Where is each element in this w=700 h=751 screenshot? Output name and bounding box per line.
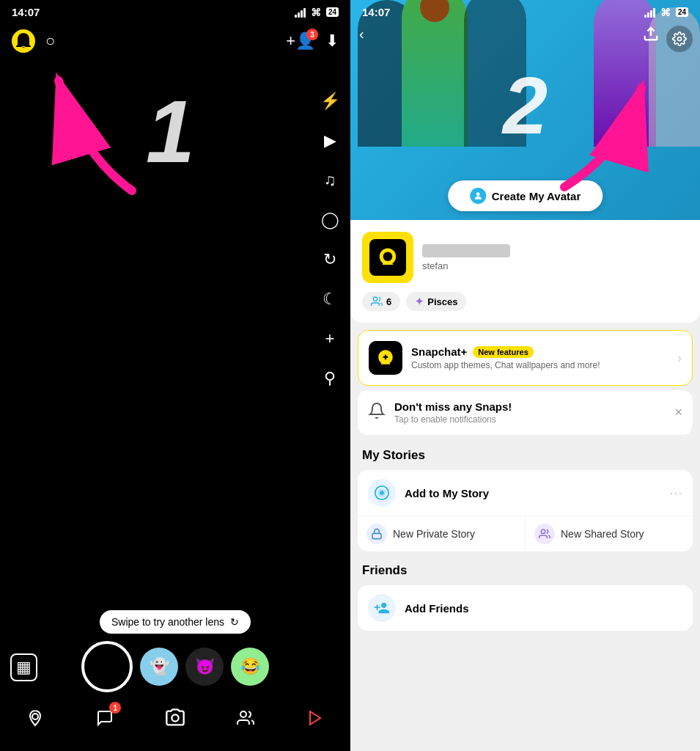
create-avatar-button[interactable]: Create My Avatar: [448, 180, 603, 211]
nav-friends[interactable]: [231, 703, 260, 733]
settings-button[interactable]: [666, 26, 693, 52]
friends-header: Friends: [350, 554, 700, 582]
snapplus-card[interactable]: Snapchat+ New features Custom app themes…: [358, 330, 693, 386]
left-top-icons: ○ +👤 3 ⬇: [0, 29, 350, 53]
profile-top: stefan: [362, 232, 688, 283]
profile-name-blur: [422, 244, 510, 257]
notification-card[interactable]: Don't miss any Snaps! Tap to enable noti…: [358, 390, 693, 435]
svg-point-9: [373, 297, 377, 301]
refresh-icon: ↻: [230, 616, 239, 628]
upload-button[interactable]: [643, 26, 659, 45]
lens-green[interactable]: 😂: [231, 648, 269, 686]
shutter-button[interactable]: [81, 641, 133, 692]
friend-badge: 3: [306, 29, 318, 40]
svg-point-14: [541, 530, 545, 533]
search-icon[interactable]: ○: [45, 32, 55, 51]
add-friends-label: Add Friends: [405, 602, 682, 615]
profile-tags: 6 ✦ Pisces: [362, 292, 688, 311]
step-number-1: 1: [146, 81, 195, 182]
swipe-tooltip: Swipe to try another lens ↻: [100, 610, 251, 634]
add-friend-btn[interactable]: +👤 3: [286, 32, 315, 51]
music-icon[interactable]: ♫: [317, 167, 343, 194]
svg-point-3: [240, 711, 246, 717]
bottom-spacer: [350, 634, 700, 656]
svg-point-2: [172, 714, 178, 721]
new-private-story-label: New Private Story: [393, 528, 475, 540]
right-signal-icon: [644, 7, 655, 18]
add-to-story-row[interactable]: Add to My Story ⋯: [358, 470, 693, 516]
lens-devil[interactable]: 😈: [185, 648, 224, 686]
right-battery-icon: 24: [676, 7, 688, 17]
left-time: 14:07: [12, 6, 40, 18]
right-status-icons: ⌘ 24: [644, 7, 688, 18]
profile-username: stefan: [422, 260, 688, 271]
add-story-icon: [368, 479, 396, 507]
add-story-more-icon[interactable]: ⋯: [669, 485, 682, 501]
zodiac-tag[interactable]: ✦ Pisces: [406, 292, 466, 311]
signal-icon: [295, 7, 306, 18]
right-toolbar: ⚡ ▶ ♫ ◯ ↻ ☾ + ⚲: [317, 88, 343, 392]
right-time: 14:07: [362, 6, 390, 18]
right-status-bar: 14:07 ⌘ 24: [350, 0, 700, 24]
left-status-icons: ⌘ 24: [295, 7, 339, 18]
battery-icon: 24: [326, 7, 339, 17]
notif-title: Don't miss any Snaps!: [394, 400, 666, 413]
add-friends-row[interactable]: Add Friends: [358, 585, 693, 631]
chat-badge: 1: [109, 702, 121, 714]
step-number-2: 2: [503, 59, 548, 152]
snapcode-inner: [369, 239, 406, 276]
private-story-icon: [366, 524, 387, 544]
rotate-icon[interactable]: ⬇: [325, 32, 339, 51]
profile-card: stefan 6 ✦ Pisces: [350, 220, 700, 323]
stories-section: Add to My Story ⋯ New Private Story: [358, 470, 693, 552]
left-status-bar: 14:07 ⌘ 24: [0, 0, 350, 24]
bell-icon: [368, 402, 386, 424]
lightning-icon[interactable]: ⚡: [317, 88, 343, 114]
profile-banner: 14:07 ⌘ 24 ‹: [350, 0, 700, 220]
story-sub-divider: New Private Story New Shared Story: [358, 516, 693, 552]
new-badge: New features: [473, 346, 533, 358]
new-private-story-row[interactable]: New Private Story: [358, 516, 525, 552]
swipe-text: Swipe to try another lens: [111, 616, 224, 628]
nav-camera[interactable]: [161, 703, 190, 733]
video-icon[interactable]: ▶: [317, 128, 343, 154]
left-panel: 14:07 ⌘ 24 ○ +👤 3: [0, 0, 350, 751]
right-panel: 14:07 ⌘ 24 ‹: [350, 0, 700, 751]
friends-tag[interactable]: 6: [362, 292, 400, 311]
snapplus-title: Snapchat+ New features: [411, 345, 668, 358]
wifi-icon: ⌘: [311, 7, 321, 18]
add-friends-icon: [368, 594, 396, 622]
notif-desc: Tap to enable notifications: [394, 414, 666, 425]
lens-ghost[interactable]: 👻: [140, 648, 178, 686]
profile-ghost-icon[interactable]: [12, 29, 35, 53]
timer-icon[interactable]: ◯: [317, 207, 343, 233]
svg-point-12: [380, 491, 384, 495]
lens-row: 👻 😈 😂: [81, 641, 269, 692]
snapplus-text: Snapchat+ New features Custom app themes…: [411, 345, 668, 370]
nav-location[interactable]: [21, 703, 50, 733]
svg-point-1: [32, 714, 38, 719]
lens-area: Swipe to try another lens ↻ 👻 😈 😂: [0, 610, 350, 692]
create-avatar-label: Create My Avatar: [492, 190, 581, 202]
nav-stories[interactable]: [301, 703, 330, 733]
close-notification-button[interactable]: ×: [674, 405, 682, 420]
back-button[interactable]: ‹: [359, 26, 364, 43]
profile-scroll[interactable]: stefan 6 ✦ Pisces: [350, 220, 700, 751]
chevron-right-icon: ›: [677, 351, 682, 366]
swap-icon[interactable]: ↻: [317, 246, 343, 273]
moon-icon[interactable]: ☾: [317, 286, 343, 312]
my-stories-header: My Stories: [350, 439, 700, 467]
profile-info: stefan: [422, 244, 688, 271]
friends-count: 6: [386, 296, 391, 307]
avatar-icon: [470, 188, 486, 204]
plus-icon[interactable]: +: [317, 326, 343, 352]
snapplus-desc: Custom app themes, Chat wallpapers and m…: [411, 360, 668, 370]
friends-section: Add Friends: [358, 585, 693, 631]
scan-icon[interactable]: ⚲: [317, 365, 343, 392]
snapcode[interactable]: [362, 232, 413, 283]
new-shared-story-row[interactable]: New Shared Story: [525, 516, 693, 552]
notif-text: Don't miss any Snaps! Tap to enable noti…: [394, 400, 666, 425]
svg-point-6: [678, 37, 682, 41]
nav-chat[interactable]: 1: [90, 703, 119, 733]
zodiac-symbol: ✦: [415, 296, 424, 307]
